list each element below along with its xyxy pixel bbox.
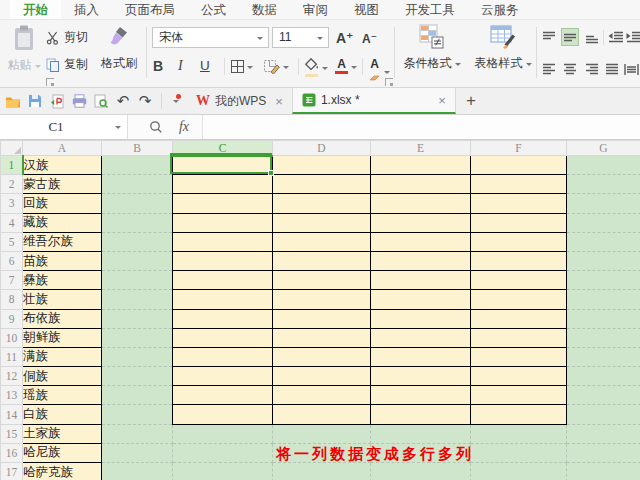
cell-A17[interactable]: 哈萨克族: [23, 463, 102, 480]
cell-G8[interactable]: [567, 290, 640, 309]
font-color-button[interactable]: A: [335, 59, 357, 74]
increase-font-size-button[interactable]: A⁺: [336, 30, 354, 46]
row-header-13[interactable]: 13: [1, 386, 23, 405]
cell-B17[interactable]: [102, 463, 173, 480]
cell-G9[interactable]: [567, 309, 640, 328]
cell-G2[interactable]: [567, 175, 640, 194]
cell-G10[interactable]: [567, 328, 640, 347]
row-header-14[interactable]: 14: [1, 405, 23, 424]
cell-B4[interactable]: [102, 213, 173, 232]
row-header-1[interactable]: 1: [1, 156, 23, 175]
cell-F17[interactable]: [471, 463, 567, 480]
menu-tab-dev-tools[interactable]: 开发工具: [392, 0, 468, 19]
cell-C10[interactable]: [173, 328, 273, 347]
cell-D6[interactable]: [273, 251, 371, 270]
font-dialog-launcher-icon[interactable]: [385, 78, 393, 86]
paste-button[interactable]: 粘贴: [4, 25, 44, 74]
menu-tab-home[interactable]: 开始: [10, 0, 61, 19]
cell-A4[interactable]: 藏族: [23, 213, 102, 232]
row-header-11[interactable]: 11: [1, 347, 23, 366]
cell-G17[interactable]: [567, 463, 640, 480]
cell-G15[interactable]: [567, 424, 640, 443]
cell-A5[interactable]: 维吾尔族: [23, 232, 102, 251]
cell-A3[interactable]: 回族: [23, 194, 102, 213]
cell-D1[interactable]: [273, 156, 371, 175]
cell-D2[interactable]: [273, 175, 371, 194]
close-document-icon[interactable]: ×: [438, 93, 446, 108]
cell-G1[interactable]: [567, 156, 640, 175]
cell-E17[interactable]: [371, 463, 471, 480]
cell-F11[interactable]: [471, 347, 567, 366]
row-header-17[interactable]: 17: [1, 463, 23, 480]
cell-B14[interactable]: [102, 405, 173, 424]
cell-D17[interactable]: [273, 463, 371, 480]
cell-F13[interactable]: [471, 386, 567, 405]
cell-C12[interactable]: [173, 367, 273, 386]
cell-C6[interactable]: [173, 251, 273, 270]
cell-G5[interactable]: [567, 232, 640, 251]
cell-C4[interactable]: [173, 213, 273, 232]
cell-E3[interactable]: [371, 194, 471, 213]
cell-E7[interactable]: [371, 271, 471, 290]
cell-C2[interactable]: [173, 175, 273, 194]
cell-C13[interactable]: [173, 386, 273, 405]
cell-G14[interactable]: [567, 405, 640, 424]
distributed-button[interactable]: [622, 60, 640, 78]
cell-F9[interactable]: [471, 309, 567, 328]
cell-D9[interactable]: [273, 309, 371, 328]
italic-button[interactable]: I: [178, 58, 183, 74]
font-size-select[interactable]: 11: [272, 27, 329, 48]
row-header-12[interactable]: 12: [1, 367, 23, 386]
cell-B16[interactable]: [102, 443, 173, 462]
tab-document-1xlsx[interactable]: 1.xlsx * ×: [292, 88, 456, 114]
row-header-5[interactable]: 5: [1, 232, 23, 251]
name-box[interactable]: C1: [0, 115, 128, 139]
cell-A9[interactable]: 布依族: [23, 309, 102, 328]
row-header-16[interactable]: 16: [1, 443, 23, 462]
more-commands-dropdown-icon[interactable]: [167, 93, 181, 109]
print-preview-icon[interactable]: [92, 91, 110, 111]
increase-indent-button[interactable]: [625, 28, 640, 46]
cell-A1[interactable]: 汉族: [23, 156, 102, 175]
align-center-button[interactable]: [561, 60, 579, 78]
open-folder-icon[interactable]: [4, 91, 22, 111]
cell-B2[interactable]: [102, 175, 173, 194]
row-header-9[interactable]: 9: [1, 309, 23, 328]
cell-E14[interactable]: [371, 405, 471, 424]
cell-E9[interactable]: [371, 309, 471, 328]
cell-C8[interactable]: [173, 290, 273, 309]
print-icon[interactable]: [70, 91, 88, 111]
cell-E13[interactable]: [371, 386, 471, 405]
cell-D11[interactable]: [273, 347, 371, 366]
menu-tab-view[interactable]: 视图: [341, 0, 392, 19]
search-icon[interactable]: [142, 115, 170, 139]
cell-D5[interactable]: [273, 232, 371, 251]
cell-A10[interactable]: 朝鲜族: [23, 328, 102, 347]
cell-F4[interactable]: [471, 213, 567, 232]
column-header-E[interactable]: E: [371, 141, 471, 156]
cell-B6[interactable]: [102, 251, 173, 270]
justify-button[interactable]: [603, 60, 621, 78]
cell-B15[interactable]: [102, 424, 173, 443]
cell-B9[interactable]: [102, 309, 173, 328]
undo-icon[interactable]: ↶: [114, 91, 132, 111]
cell-B1[interactable]: [102, 156, 173, 175]
cell-F15[interactable]: [471, 424, 567, 443]
cell-D7[interactable]: [273, 271, 371, 290]
save-icon[interactable]: [26, 91, 44, 111]
insert-function-button[interactable]: fx: [170, 115, 198, 139]
tab-wps-home[interactable]: W 我的WPS ×: [187, 88, 292, 114]
cell-E1[interactable]: [371, 156, 471, 175]
menu-tab-insert[interactable]: 插入: [61, 0, 112, 19]
menu-tab-review[interactable]: 审阅: [290, 0, 341, 19]
bold-button[interactable]: B: [153, 58, 163, 74]
cell-E10[interactable]: [371, 328, 471, 347]
cell-A8[interactable]: 壮族: [23, 290, 102, 309]
cell-C14[interactable]: [173, 405, 273, 424]
cell-C5[interactable]: [173, 232, 273, 251]
cell-G3[interactable]: [567, 194, 640, 213]
align-left-button[interactable]: [540, 60, 558, 78]
align-bottom-button[interactable]: [583, 28, 601, 46]
cell-G12[interactable]: [567, 367, 640, 386]
export-pdf-icon[interactable]: [48, 91, 66, 111]
